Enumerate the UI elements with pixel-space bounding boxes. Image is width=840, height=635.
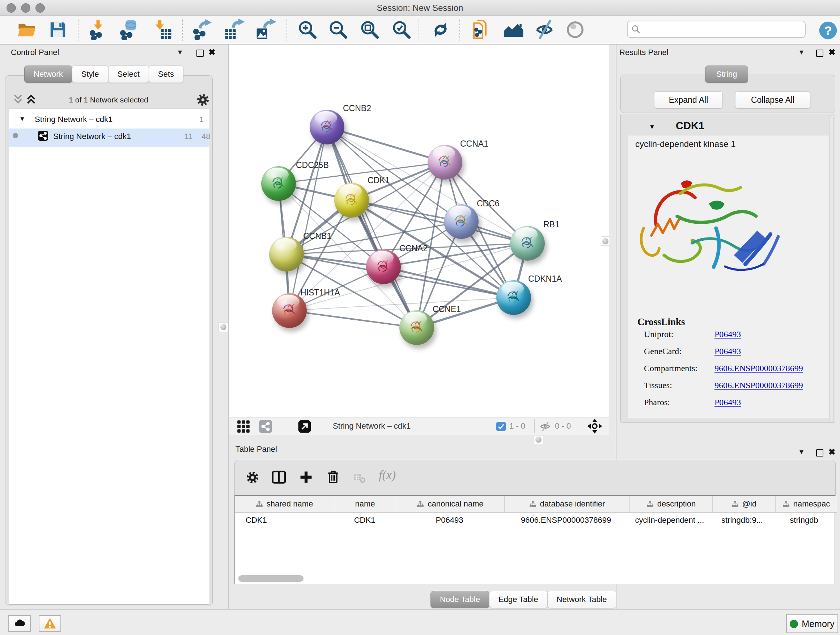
crosslink-link[interactable]: P06493: [714, 347, 741, 356]
node-RB1[interactable]: [510, 226, 545, 261]
export-network-icon[interactable]: [191, 18, 214, 41]
delete-column-icon[interactable]: [326, 470, 340, 486]
network-tree-item-row[interactable]: String Network – cdk1 11 48: [9, 128, 209, 147]
zoom-selected-icon[interactable]: [390, 18, 413, 41]
zoom-out-icon[interactable]: [327, 18, 350, 41]
node-CCNA2[interactable]: [366, 249, 401, 284]
clone-network-icon[interactable]: [470, 18, 493, 41]
help-icon[interactable]: ?: [816, 19, 840, 42]
column-header-name[interactable]: name: [334, 496, 396, 512]
table-horizontal-scrollbar[interactable]: [238, 575, 303, 582]
table-cell[interactable]: P06493: [395, 513, 504, 528]
column-header-canonical-name[interactable]: canonical name: [396, 496, 505, 512]
crosslink-link[interactable]: 9606.ENSP00000378699: [714, 380, 803, 390]
table-cell[interactable]: 9606.ENSP00000378699: [504, 513, 628, 528]
results-scrollbar[interactable]: [829, 116, 834, 421]
tab-string[interactable]: String: [705, 65, 748, 83]
edge-CCNB2-CCNE1[interactable]: [327, 127, 417, 328]
node-CDC25B[interactable]: [261, 166, 296, 201]
left-splitter-handle[interactable]: [218, 322, 228, 332]
zoom-in-icon[interactable]: [296, 18, 319, 41]
export-table-icon[interactable]: [223, 18, 246, 41]
node-HIST1H1A[interactable]: [272, 293, 307, 328]
node-CDK1[interactable]: [334, 183, 369, 218]
network-canvas[interactable]: CCNB2CCNA1CDC25BCDK1CDC6RB1CCNB1CCNA2CDK…: [229, 44, 609, 417]
open-file-icon[interactable]: [16, 18, 39, 41]
network-options-gear-icon[interactable]: [196, 93, 210, 108]
results-panel-collapse-icon[interactable]: ▾: [799, 49, 804, 56]
edge-CCNB2-CCNA1[interactable]: [327, 127, 445, 162]
tab-node-table[interactable]: Node Table: [431, 591, 489, 608]
column-header-database-identifier[interactable]: database identifier: [505, 496, 630, 512]
table-settings-gear-icon[interactable]: [246, 470, 259, 486]
column-header-shared-name[interactable]: shared name: [235, 496, 334, 512]
table-cell[interactable]: stringdb: [774, 513, 835, 528]
tab-sets[interactable]: Sets: [149, 65, 183, 83]
crosslink-link[interactable]: P06493: [714, 397, 741, 407]
column-header-description[interactable]: description: [630, 496, 713, 512]
network-share-view-icon[interactable]: [259, 420, 272, 434]
tab-network[interactable]: Network: [24, 65, 73, 83]
show-all-eye-icon[interactable]: [564, 18, 587, 41]
birds-eye-view-icon[interactable]: [587, 418, 603, 435]
expand-all-button[interactable]: Expand All: [654, 91, 723, 109]
table-panel-float-icon[interactable]: [816, 449, 823, 456]
column-header-namespac[interactable]: namespac: [775, 496, 837, 512]
network-tree-root-row[interactable]: ▼ String Network – cdk1 1: [9, 112, 209, 128]
table-cell[interactable]: cyclin-dependent ...: [628, 513, 711, 528]
edge-CCNA2-CDKN1A[interactable]: [384, 267, 514, 298]
search-input[interactable]: [644, 23, 801, 35]
node-CCNB2[interactable]: [309, 110, 344, 144]
grid-view-icon[interactable]: [237, 420, 250, 434]
edge-HIST1H1A-CCNE1[interactable]: [289, 310, 417, 328]
control-panel-collapse-icon[interactable]: ▾: [178, 49, 182, 56]
collapse-all-button[interactable]: Collapse All: [735, 91, 810, 109]
tab-network-table[interactable]: Network Table: [547, 591, 616, 608]
node-CCNA1[interactable]: [428, 145, 462, 180]
node-CDKN1A[interactable]: [496, 280, 531, 315]
node-CDC6[interactable]: [444, 204, 478, 239]
import-table-icon[interactable]: [150, 18, 174, 41]
table-cell[interactable]: stringdb:9...: [711, 513, 774, 528]
zoom-fit-icon[interactable]: [358, 18, 381, 41]
crosslink-link[interactable]: P06493: [714, 329, 741, 339]
results-panel-float-icon[interactable]: [816, 50, 823, 57]
tab-select[interactable]: Select: [108, 65, 149, 83]
table-cell[interactable]: CDK1: [235, 513, 334, 528]
crosslink-link[interactable]: 9606.ENSP00000378699: [714, 363, 803, 373]
node-CCNE1[interactable]: [399, 310, 434, 345]
import-database-icon[interactable]: [118, 18, 141, 41]
hide-selected-eye-icon[interactable]: [533, 18, 556, 41]
gene-section-expander-icon[interactable]: ▼: [649, 124, 655, 131]
node-CCNB1[interactable]: [269, 237, 304, 272]
selected-checkbox-icon[interactable]: [496, 422, 506, 432]
expand-all-networks-icon[interactable]: [25, 93, 37, 106]
tab-edge-table[interactable]: Edge Table: [489, 591, 548, 608]
table-panel-close-icon[interactable]: ✖: [829, 448, 835, 455]
memory-button[interactable]: Memory: [786, 614, 838, 633]
edge-CCNB2-HIST1H1A[interactable]: [289, 127, 327, 310]
control-panel-float-icon[interactable]: [196, 50, 204, 57]
add-column-icon[interactable]: [299, 470, 313, 486]
save-session-icon[interactable]: [46, 18, 69, 41]
hidden-eye-slash-icon[interactable]: [539, 420, 551, 434]
results-panel-close-icon[interactable]: ✖: [829, 49, 835, 56]
show-columns-icon[interactable]: [271, 470, 286, 486]
table-cell[interactable]: CDK1: [334, 513, 395, 528]
home-icon[interactable]: [502, 18, 525, 41]
cloud-status-button[interactable]: [8, 615, 31, 632]
network-status-dot-icon: [13, 133, 18, 138]
refresh-icon[interactable]: [429, 18, 452, 41]
warnings-button[interactable]: [39, 615, 61, 632]
export-image-icon[interactable]: [254, 18, 278, 41]
import-network-icon[interactable]: [87, 18, 110, 41]
control-panel-close-icon[interactable]: ✖: [208, 49, 215, 56]
table-panel-collapse-icon[interactable]: ▾: [799, 448, 804, 455]
column-header--id[interactable]: @id: [713, 496, 775, 512]
open-in-window-icon[interactable]: [297, 419, 312, 435]
tab-style[interactable]: Style: [72, 65, 109, 83]
horizontal-splitter-handle[interactable]: [534, 435, 543, 444]
table-row[interactable]: CDK1CDK1P064939606.ENSP00000378699cyclin…: [235, 513, 835, 528]
tree-expander-icon[interactable]: ▼: [19, 116, 25, 123]
collapse-all-networks-icon[interactable]: [12, 93, 24, 106]
